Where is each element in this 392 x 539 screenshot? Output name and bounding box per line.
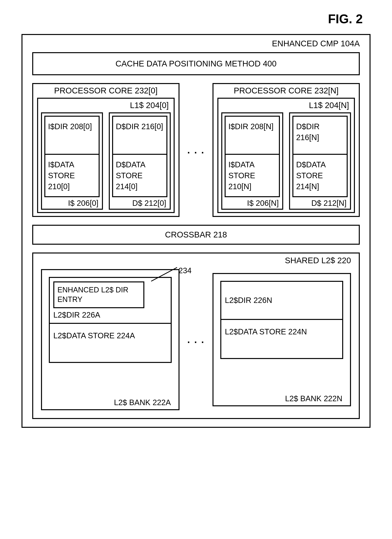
enhanced-dir-entry-box: ENHANCED L2$ DIR ENTRY	[53, 281, 144, 308]
processor-core-0: PROCESSOR CORE 232[0] L1$ 204[0] I$DIR 2…	[32, 83, 180, 217]
method-label: CACHE DATA POSITIONING METHOD 400	[33, 59, 359, 68]
banks-ellipsis: . . .	[185, 334, 207, 345]
l2-bank-a-label: L2$ BANK 222A	[49, 398, 172, 407]
core-0-title: PROCESSOR CORE 232[0]	[37, 86, 175, 95]
l2-bank-n-data: L2$DATA STORE 224N	[220, 320, 343, 359]
l2-bank-a-data: L2$DATA STORE 224A	[49, 324, 172, 363]
icache-n-dir: I$DIR 208[N]	[225, 116, 280, 155]
l1-cache-0: L1$ 204[0] I$DIR 208[0] I$DATA STORE 210…	[37, 98, 175, 213]
enhanced-cmp-label: ENHANCED CMP 104A	[32, 39, 360, 48]
dcache-0-store: D$DATA STORE 214[0]	[112, 155, 167, 197]
l2-bank-n-dir: L2$DIR 226N	[220, 281, 343, 320]
cores-ellipsis: . . .	[185, 144, 207, 156]
l2-bank-n-dir-label: L2$DIR 226N	[225, 296, 339, 305]
l1-n-label: L1$ 204[N]	[221, 101, 351, 110]
l1-n-row: I$DIR 208[N] I$DATA STORE 210[N] I$ 206[…	[221, 112, 351, 210]
dcache-n-store: D$DATA STORE 214[N]	[292, 155, 348, 197]
icache-n: I$DIR 208[N] I$DATA STORE 210[N] I$ 206[…	[221, 112, 283, 210]
figure-title: FIG. 2	[21, 12, 371, 26]
l2-bank-n-label: L2$ BANK 222N	[220, 394, 343, 403]
cores-row: PROCESSOR CORE 232[0] L1$ 204[0] I$DIR 2…	[32, 83, 360, 217]
crossbar-label: CROSSBAR 218	[33, 230, 359, 239]
shared-l2-label: SHARED L2$ 220	[41, 256, 351, 265]
l1-0-row: I$DIR 208[0] I$DATA STORE 210[0] I$ 206[…	[41, 112, 171, 210]
l2-bank-a-dir: ENHANCED L2$ DIR ENTRY L2$DIR 226A	[49, 277, 172, 324]
banks-row: ENHANCED L2$ DIR ENTRY L2$DIR 226A L2$DA…	[41, 269, 351, 410]
l1-cache-n: L1$ 204[N] I$DIR 208[N] I$DATA STORE 210…	[217, 98, 355, 213]
dcache-0-dir: D$DIR 216[0]	[112, 116, 167, 155]
shared-l2-box: SHARED L2$ 220 ENHANCED L2$ DIR ENTRY L2…	[32, 252, 360, 419]
l2-bank-n: L2$DIR 226N L2$DATA STORE 224N L2$ BANK …	[212, 273, 351, 406]
icache-n-label: I$ 206[N]	[225, 197, 280, 207]
core-n-title: PROCESSOR CORE 232[N]	[217, 86, 355, 95]
ref-234: 234	[178, 266, 192, 275]
dcache-n: D$DIR 216[N] D$DATA STORE 214[N] D$ 212[…	[289, 112, 351, 210]
icache-0-label: I$ 206[0]	[44, 197, 100, 207]
l2-bank-a-dir-label: L2$DIR 226A	[53, 308, 167, 319]
method-box: CACHE DATA POSITIONING METHOD 400	[32, 52, 360, 75]
l1-0-label: L1$ 204[0]	[41, 101, 171, 110]
icache-0-store: I$DATA STORE 210[0]	[44, 155, 100, 197]
processor-core-n: PROCESSOR CORE 232[N] L1$ 204[N] I$DIR 2…	[212, 83, 360, 217]
dcache-0: D$DIR 216[0] D$DATA STORE 214[0] D$ 212[…	[109, 112, 171, 210]
icache-0-dir: I$DIR 208[0]	[44, 116, 100, 155]
dcache-n-dir: D$DIR 216[N]	[292, 116, 348, 155]
dcache-n-label: D$ 212[N]	[292, 197, 348, 207]
enhanced-cmp-box: ENHANCED CMP 104A CACHE DATA POSITIONING…	[21, 34, 371, 428]
dcache-0-label: D$ 212[0]	[112, 197, 167, 207]
icache-n-store: I$DATA STORE 210[N]	[225, 155, 280, 197]
l2-bank-a: ENHANCED L2$ DIR ENTRY L2$DIR 226A L2$DA…	[41, 269, 180, 410]
icache-0: I$DIR 208[0] I$DATA STORE 210[0] I$ 206[…	[41, 112, 103, 210]
crossbar-box: CROSSBAR 218	[32, 225, 360, 245]
